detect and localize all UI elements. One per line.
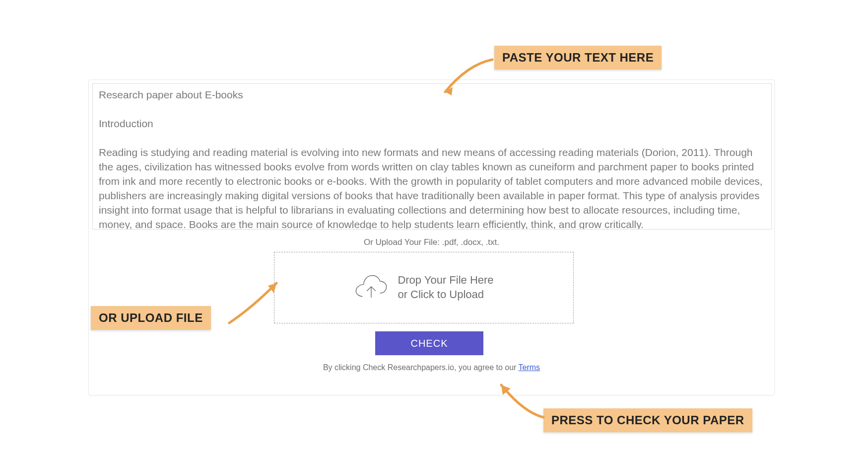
dropzone-line2: or Click to Upload [398,288,493,302]
input-card: Or Upload Your File: .pdf, .docx, .txt. … [88,79,775,395]
upload-hint-label: Or Upload Your File: .pdf, .docx, .txt. [89,237,774,247]
terms-text: By clicking Check Researchpapers.io, you… [89,363,774,372]
dropzone-line1: Drop Your File Here [398,273,493,288]
terms-link[interactable]: Terms [519,363,540,372]
cloud-upload-icon [354,272,389,304]
check-button[interactable]: CHECK [375,331,483,355]
dropzone-text: Drop Your File Here or Click to Upload [398,273,493,302]
annotation-upload-label: OR UPLOAD FILE [91,306,211,330]
annotation-press-label: PRESS TO CHECK YOUR PAPER [543,408,752,432]
paper-text-input[interactable] [92,83,772,230]
annotation-paste-label: PASTE YOUR TEXT HERE [494,46,662,70]
file-dropzone[interactable]: Drop Your File Here or Click to Upload [274,252,574,323]
terms-prefix: By clicking Check Researchpapers.io, you… [323,363,519,372]
